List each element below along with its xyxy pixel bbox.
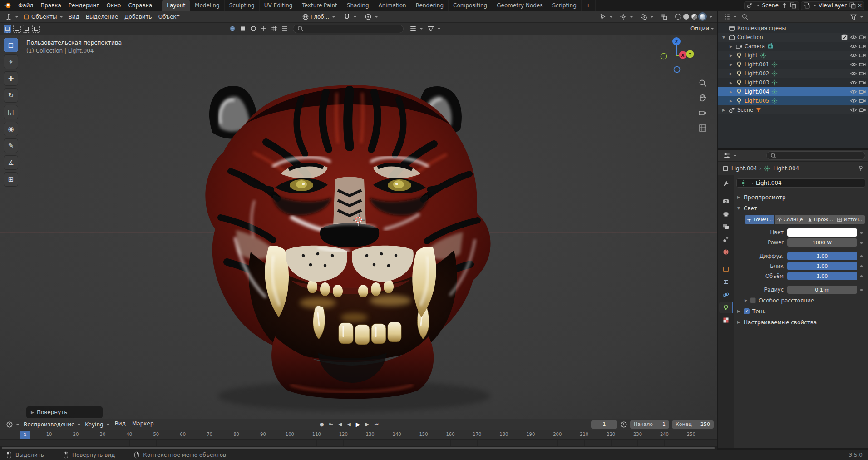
current-frame-field[interactable]: 1 — [591, 420, 617, 429]
datablock-name[interactable]: Light.004 — [756, 180, 782, 186]
select-mode-subtract[interactable] — [23, 25, 30, 33]
timeline-ruler[interactable]: 1102030405060708090100110120130140150160… — [0, 430, 717, 440]
properties-tab-physics[interactable] — [719, 289, 733, 301]
animate-dot[interactable] — [860, 265, 863, 267]
workspace-tab[interactable]: Animation — [374, 0, 411, 11]
properties-tab-constraints[interactable] — [719, 276, 733, 288]
outliner-row[interactable]: Коллекция сцены — [718, 24, 868, 33]
custom-distance-row[interactable]: ▶ Особое расстояние — [736, 295, 865, 306]
editor-type-properties[interactable] — [721, 151, 739, 160]
editor-type-outliner[interactable] — [721, 12, 739, 21]
color-swatch-field[interactable] — [787, 228, 857, 237]
expand-arrow-icon[interactable]: ▶ — [728, 90, 734, 94]
topbar-menu[interactable]: Справка — [124, 0, 156, 11]
properties-tab-data[interactable] — [719, 302, 733, 313]
light-type-spot[interactable]: Прож... — [805, 215, 835, 224]
expand-arrow-icon[interactable]: ▶ — [721, 108, 726, 112]
zoom-icon[interactable] — [698, 79, 707, 88]
expand-arrow-icon[interactable]: ▶ — [728, 99, 734, 103]
shading-wireframe[interactable] — [675, 14, 681, 20]
topbar-menu[interactable]: Окно — [103, 0, 125, 11]
tool-move[interactable]: ✚ — [4, 71, 18, 86]
viewport-menu[interactable]: Выделение — [83, 14, 121, 20]
panel-light[interactable]: ▼ Свет — [736, 203, 865, 213]
scene-name[interactable]: Scene — [761, 2, 779, 9]
outliner-row[interactable]: ▶Light.005 — [718, 96, 868, 105]
transport-play[interactable]: ▶ — [354, 420, 362, 428]
timeline-menu[interactable]: Маркер — [129, 420, 157, 429]
select-mode-extend[interactable] — [13, 25, 21, 33]
transport-prev-keyframe[interactable]: ◀ — [336, 421, 343, 428]
timeline-menu-dd[interactable]: Keying — [83, 420, 111, 429]
light-type-sun[interactable]: Солнце — [775, 215, 805, 224]
select-mode-intersect[interactable] — [32, 25, 40, 33]
shading-solid[interactable] — [683, 14, 689, 20]
scene-selector[interactable]: Scene — [744, 1, 799, 10]
workspace-tab[interactable]: Shading — [342, 0, 374, 11]
transport-jump-start[interactable]: ⇤ — [327, 421, 335, 428]
outliner-row-label[interactable]: Scene — [737, 107, 753, 113]
tool-rotate[interactable]: ↻ — [4, 88, 18, 103]
light-type-area[interactable]: Источ... — [835, 215, 865, 224]
tool-select-box[interactable]: ◻ — [4, 38, 18, 52]
animate-dot[interactable] — [860, 289, 863, 291]
properties-tab-render[interactable] — [719, 195, 733, 207]
expand-arrow-icon[interactable]: ▶ — [728, 45, 734, 49]
animate-dot[interactable] — [860, 242, 863, 244]
outliner-row[interactable]: ▶Scene — [718, 105, 868, 114]
expand-arrow-icon[interactable]: ▶ — [728, 54, 734, 58]
slider-field[interactable]: 1.00 — [787, 252, 857, 260]
add-workspace-button[interactable]: + — [582, 0, 596, 11]
panel-custom-properties[interactable]: ▶ Настраиваемые свойства — [736, 317, 865, 327]
frame-start-field[interactable]: Начало1 — [630, 420, 669, 429]
outliner-row[interactable]: ▶Light.003 — [718, 78, 868, 87]
transport-jump-end[interactable]: ⇥ — [372, 421, 380, 428]
workspace-tab[interactable]: Rendering — [411, 0, 449, 11]
expand-arrow-icon[interactable]: ▶ — [728, 81, 734, 85]
topbar-menu[interactable]: Рендеринг — [65, 0, 103, 11]
workspace-tab[interactable]: UV Editing — [260, 0, 298, 11]
frame-end-field[interactable]: Конец250 — [672, 420, 714, 429]
topbar-menu[interactable]: Правка — [37, 0, 65, 11]
pan-hand-icon[interactable] — [698, 94, 707, 103]
viewport-menu[interactable]: Добавить — [121, 14, 155, 20]
workspace-tab[interactable]: Compositing — [449, 0, 492, 11]
animate-dot[interactable] — [860, 232, 863, 234]
tool-options[interactable]: Опции — [690, 25, 714, 32]
viewlayer-name[interactable]: ViewLayer — [818, 2, 848, 9]
selectability-dropdown[interactable] — [597, 12, 615, 21]
custom-distance-checkbox[interactable] — [750, 297, 756, 303]
workspace-tab[interactable]: Texture Paint — [297, 0, 342, 11]
display-mode-dropdown[interactable] — [407, 24, 425, 33]
viewport-3d[interactable]: ◻⌖✚↻◱◉✎∡⊞ Пользовательская перспектива (… — [0, 35, 717, 419]
outliner-row-label[interactable]: Light.002 — [745, 70, 769, 77]
pin-icon[interactable] — [781, 2, 788, 9]
overlays-dropdown[interactable] — [638, 12, 656, 21]
outliner-row-label[interactable]: Light.005 — [745, 98, 769, 104]
xray-toggle[interactable] — [658, 12, 670, 21]
shading-rendered[interactable] — [700, 14, 705, 20]
expand-arrow-icon[interactable]: ▼ — [721, 35, 726, 40]
animate-dot[interactable] — [860, 275, 863, 277]
shadow-checkbox[interactable]: ✓ — [744, 308, 750, 314]
timeline-scrollbar[interactable] — [0, 446, 717, 450]
timeline-track-area[interactable] — [0, 440, 717, 446]
workspace-tab[interactable]: Geometry Nodes — [492, 0, 547, 11]
tool-add-cube[interactable]: ⊞ — [4, 172, 18, 187]
tool-settings-search[interactable] — [293, 25, 404, 33]
clock-icon[interactable] — [620, 421, 627, 428]
transport-next-keyframe[interactable]: ▶ — [364, 421, 370, 428]
number-field[interactable]: 0.1 m — [787, 286, 857, 294]
outliner-row-label[interactable]: Light.003 — [745, 79, 769, 86]
scrollbar-handle[interactable] — [2, 447, 715, 449]
tool-scale[interactable]: ◱ — [4, 105, 18, 119]
tool-annotate[interactable]: ✎ — [4, 138, 18, 153]
playhead-line[interactable] — [25, 440, 25, 446]
outliner-search-icon[interactable] — [741, 13, 749, 20]
gizmo-dropdown[interactable] — [617, 12, 635, 21]
properties-search[interactable] — [766, 151, 865, 160]
number-field[interactable]: 1000 W — [787, 238, 857, 247]
outliner-row-label[interactable]: Light — [745, 52, 758, 59]
shading-material-preview[interactable] — [691, 14, 697, 20]
navigation-gizmo[interactable]: Z X Y — [654, 36, 699, 78]
